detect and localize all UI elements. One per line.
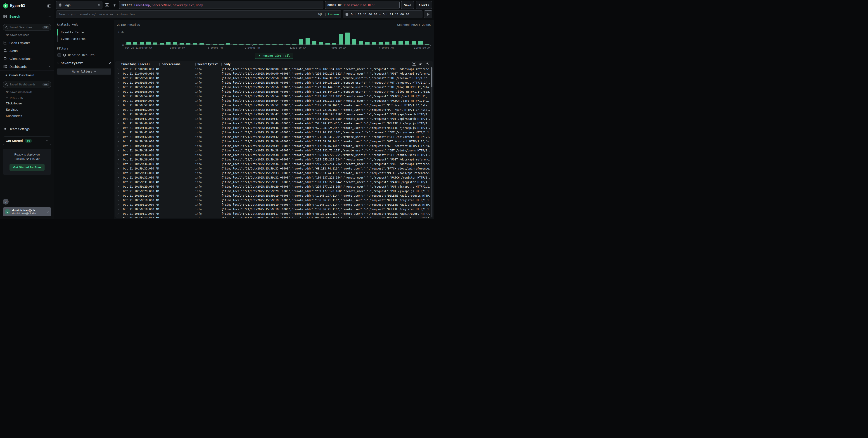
sidebar-item-chart-explorer[interactable]: Chart Explorer — [0, 39, 54, 47]
saved-searches-field[interactable] — [9, 26, 41, 29]
histogram-bar[interactable] — [319, 42, 323, 44]
alerts-button[interactable]: Alerts — [416, 1, 432, 9]
column-resize-handle[interactable] — [195, 63, 196, 66]
row-expand-chevron-icon[interactable] — [115, 159, 121, 161]
get-started-for-free-button[interactable]: Get Started for Free — [9, 164, 44, 171]
table-row[interactable]: Oct 21 11:00:00.000 AMinfo{"time_local":… — [115, 67, 430, 71]
histogram-bar[interactable] — [166, 42, 170, 44]
sidebar-item-search[interactable]: Search — [0, 12, 54, 21]
presets-toggle[interactable]: PRESETS — [0, 95, 54, 100]
histogram-bar[interactable] — [186, 43, 190, 44]
column-resize-handle[interactable] — [159, 63, 160, 66]
row-expand-chevron-icon[interactable] — [115, 77, 121, 79]
histogram-bar[interactable] — [299, 39, 303, 44]
histogram-bar[interactable] — [146, 42, 151, 44]
histogram-bar[interactable] — [312, 41, 316, 44]
row-expand-chevron-icon[interactable] — [115, 122, 121, 125]
denoise-checkbox[interactable] — [57, 53, 61, 57]
table-row[interactable]: Oct 21 10:59:17.000 AMinfo{"time_local":… — [115, 216, 430, 218]
save-button[interactable]: Save — [401, 1, 414, 9]
sidebar-item-dashboards[interactable]: Dashboards — [0, 63, 54, 70]
column-header-timestamp[interactable]: Timestamp (Local) — [121, 62, 159, 66]
scrollbar-thumb[interactable] — [431, 67, 432, 87]
pin-icon[interactable] — [108, 62, 111, 65]
saved-searches-input[interactable]: ⌘K — [3, 24, 51, 31]
histogram-bar[interactable] — [365, 42, 370, 44]
order-by-input[interactable]: ORDER BY TimestampTime DESC — [325, 1, 400, 9]
run-search-button[interactable] — [424, 10, 432, 18]
table-row[interactable]: Oct 21 10:59:46.000 AMinfo{"time_local":… — [115, 121, 430, 126]
table-row[interactable]: Oct 21 10:59:52.000 AMinfo{"time_local":… — [115, 103, 430, 108]
histogram-bar[interactable] — [339, 34, 343, 45]
table-row[interactable]: Oct 21 10:59:58.000 AMinfo{"time_local":… — [115, 76, 430, 80]
row-expand-chevron-icon[interactable] — [115, 181, 121, 183]
row-expand-chevron-icon[interactable] — [115, 176, 121, 179]
row-expand-chevron-icon[interactable] — [115, 118, 121, 120]
wrap-lines-button[interactable] — [419, 62, 423, 66]
table-row[interactable]: Oct 21 10:59:46.000 AMinfo{"time_local":… — [115, 126, 430, 130]
sql-mode-button[interactable]: SQL — [317, 13, 323, 16]
table-row[interactable]: Oct 21 10:59:38.000 AMinfo{"time_local":… — [115, 148, 430, 153]
table-row[interactable]: Oct 21 10:59:31.000 AMinfo{"time_local":… — [115, 175, 430, 180]
histogram-bar[interactable] — [233, 44, 237, 44]
analysis-mode-event-patterns[interactable]: Event Patterns — [58, 35, 111, 42]
row-expand-chevron-icon[interactable] — [115, 95, 121, 97]
row-expand-chevron-icon[interactable] — [115, 86, 121, 88]
table-row[interactable]: Oct 21 10:59:54.000 AMinfo{"time_local":… — [115, 94, 430, 99]
table-row[interactable]: Oct 21 10:59:52.000 AMinfo{"time_local":… — [115, 108, 430, 112]
histogram-bar[interactable] — [352, 39, 356, 44]
event-search-input[interactable]: SQL | Lucene — [56, 10, 341, 18]
column-header-servicename[interactable]: ServiceName — [159, 62, 195, 66]
histogram-bar[interactable] — [126, 42, 131, 44]
row-expand-chevron-icon[interactable] — [115, 204, 121, 206]
row-expand-chevron-icon[interactable] — [115, 81, 121, 84]
preset-item-services[interactable]: Services — [0, 106, 54, 113]
row-expand-chevron-icon[interactable] — [115, 131, 121, 134]
row-expand-chevron-icon[interactable] — [115, 213, 121, 215]
histogram-bar[interactable] — [199, 43, 204, 44]
row-expand-chevron-icon[interactable] — [115, 167, 121, 170]
histogram-bar[interactable] — [412, 41, 416, 44]
source-select[interactable]: Logs — [56, 1, 102, 9]
download-button[interactable] — [425, 62, 429, 66]
table-row[interactable]: Oct 21 11:00:00.000 AMinfo{"time_local":… — [115, 71, 430, 76]
row-expand-chevron-icon[interactable] — [115, 104, 121, 106]
table-row[interactable]: Oct 21 10:59:54.000 AMinfo{"time_local":… — [115, 99, 430, 103]
row-expand-chevron-icon[interactable] — [115, 127, 121, 129]
sidebar-item-client-sessions[interactable]: Client Sessions — [0, 55, 54, 63]
histogram-bar[interactable] — [379, 42, 383, 44]
table-row[interactable]: Oct 21 10:59:56.000 AMinfo{"time_local":… — [115, 85, 430, 90]
time-range-picker[interactable]: Oct 20 11:00:00 - Oct 21 11:00:00 — [343, 10, 423, 18]
preset-item-clickhouse[interactable]: ClickHouse — [0, 100, 54, 106]
table-row[interactable]: Oct 21 10:59:39.000 AMinfo{"time_local":… — [115, 139, 430, 144]
histogram-bar[interactable] — [306, 38, 310, 44]
source-settings-button[interactable] — [112, 1, 117, 9]
table-row[interactable]: Oct 21 10:59:58.000 AMinfo{"time_local":… — [115, 80, 430, 85]
analysis-mode-results-table[interactable]: Results Table — [58, 29, 111, 35]
row-expand-chevron-icon[interactable] — [115, 145, 121, 147]
table-row[interactable]: Oct 21 10:59:31.000 AMinfo{"time_local":… — [115, 180, 430, 184]
severity-filter-group[interactable]: SeverityText — [57, 61, 111, 65]
histogram-bar[interactable] — [133, 42, 137, 44]
row-expand-chevron-icon[interactable] — [115, 136, 121, 138]
row-expand-chevron-icon[interactable] — [115, 195, 121, 197]
preset-item-kubernetes[interactable]: Kubernetes — [0, 113, 54, 119]
row-expand-chevron-icon[interactable] — [115, 100, 121, 102]
select-columns-input[interactable]: SELECT Timestamp,ServiceName,SeverityTex… — [119, 1, 323, 9]
row-expand-chevron-icon[interactable] — [115, 199, 121, 201]
denoise-results-toggle[interactable]: Denoise Results — [57, 53, 111, 57]
raw-mode-button[interactable]: <> — [412, 62, 416, 66]
table-row[interactable]: Oct 21 10:59:19.000 AMinfo{"time_local":… — [115, 194, 430, 198]
lucene-mode-button[interactable]: Lucene — [328, 13, 339, 16]
row-expand-chevron-icon[interactable] — [115, 208, 121, 210]
table-row[interactable]: Oct 21 10:59:17.000 AMinfo{"time_local":… — [115, 211, 430, 216]
histogram-bar[interactable] — [206, 44, 210, 44]
table-row[interactable]: Oct 21 10:59:19.000 AMinfo{"time_local":… — [115, 202, 430, 207]
table-row[interactable]: Oct 21 10:59:33.000 AMinfo{"time_local":… — [115, 166, 430, 171]
table-row[interactable]: Oct 21 10:59:19.000 AMinfo{"time_local":… — [115, 198, 430, 202]
histogram-bar[interactable] — [332, 43, 336, 44]
histogram-bar[interactable] — [418, 41, 423, 44]
row-expand-chevron-icon[interactable] — [115, 154, 121, 156]
table-row[interactable]: Oct 21 10:59:33.000 AMinfo{"time_local":… — [115, 171, 430, 175]
histogram-bar[interactable] — [153, 42, 157, 44]
